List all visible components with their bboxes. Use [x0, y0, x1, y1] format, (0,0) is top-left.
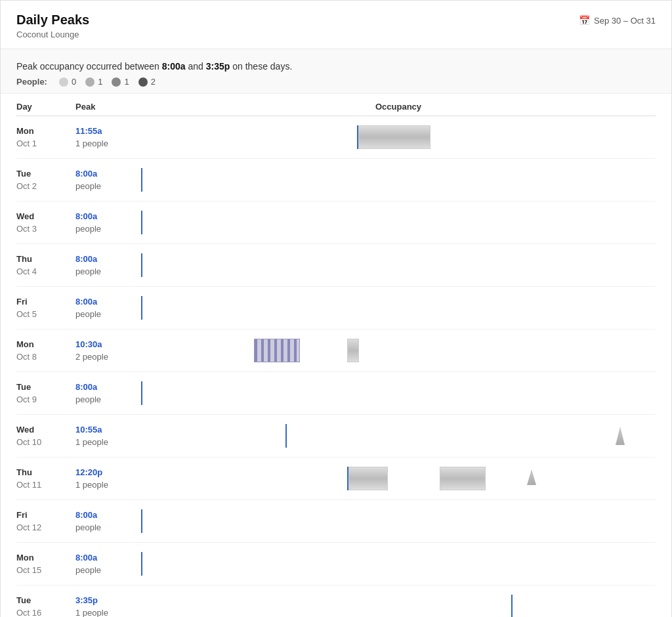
summary-section: Peak occupancy occurred between 8:00a an… [1, 49, 671, 94]
day-cell: Wed Oct 10 [16, 423, 75, 449]
legend-label: People: [16, 77, 47, 87]
peak-people: people [75, 223, 141, 236]
day-cell: Tue Oct 16 [16, 594, 75, 618]
day-date: Oct 8 [16, 351, 75, 364]
legend-dot-0 [59, 77, 68, 87]
legend-text-2: 2 [151, 77, 156, 87]
day-name: Fri [16, 509, 75, 522]
summary-suffix: on these days. [230, 61, 292, 72]
day-cell: Fri Oct 5 [16, 295, 75, 321]
peak-time: 10:55a [75, 423, 141, 436]
day-name: Wed [16, 210, 75, 223]
table-row: Fri Oct 12 8:00a people [16, 500, 656, 543]
peak-cell: 8:00a people [75, 253, 141, 278]
day-name: Mon [16, 551, 75, 564]
day-cell: Tue Oct 2 [16, 167, 75, 193]
summary-prefix: Peak occupancy occurred between [16, 61, 162, 72]
peak-time: 8:00a [75, 210, 141, 223]
peak-time: 8:00a [75, 253, 141, 266]
legend-dot-2 [138, 77, 148, 87]
occupancy-cell [141, 251, 656, 280]
day-name: Mon [16, 338, 75, 351]
legend-item-0: 0 [59, 77, 76, 87]
peak-time: 8:00a [75, 551, 141, 564]
header: Daily Peaks Coconut Lounge 📅 Sep 30 – Oc… [1, 1, 671, 49]
peak-time: 10:30a [75, 338, 141, 351]
day-name: Fri [16, 295, 75, 308]
peak-people: people [75, 521, 141, 534]
legend-item-1a: 1 [85, 77, 102, 87]
day-name: Thu [16, 466, 75, 479]
peak-people: 1 people [75, 479, 141, 492]
day-cell: Mon Oct 15 [16, 551, 75, 577]
summary-time-end: 3:35p [206, 61, 230, 72]
table-row: Tue Oct 2 8:00a people [16, 159, 656, 202]
day-date: Oct 5 [16, 308, 75, 321]
day-name: Tue [16, 381, 75, 394]
day-date: Oct 10 [16, 436, 75, 449]
peak-time: 8:00a [75, 381, 141, 394]
peak-cell: 8:00a people [75, 509, 141, 534]
peak-people: people [75, 564, 141, 577]
peak-people: 1 people [75, 436, 141, 449]
peak-cell: 8:00a people [75, 167, 141, 193]
peak-cell: 12:20p 1 people [75, 466, 141, 492]
peak-cell: 8:00a people [75, 381, 141, 406]
legend-text-0: 0 [72, 77, 76, 87]
day-date: Oct 9 [16, 393, 75, 406]
occupancy-cell [141, 592, 656, 617]
peak-time: 8:00a [75, 509, 141, 522]
table-row: Wed Oct 3 8:00a people [16, 202, 656, 244]
day-name: Tue [16, 594, 75, 607]
day-date: Oct 3 [16, 223, 75, 236]
summary-middle: and [186, 61, 206, 72]
occupancy-cell [141, 165, 656, 194]
table-row: Wed Oct 10 10:55a 1 people [16, 415, 656, 457]
peak-cell: 8:00a people [75, 551, 141, 577]
day-date: Oct 1 [16, 137, 75, 150]
table-row: Mon Oct 8 10:30a 2 people [16, 330, 656, 372]
day-name: Wed [16, 423, 75, 436]
table-row: Thu Oct 11 12:20p 1 people [16, 457, 656, 500]
peak-people: 1 people [75, 137, 141, 150]
legend-dot-1a [85, 77, 94, 87]
peak-people: 2 people [75, 351, 141, 364]
peak-people: 1 people [75, 606, 141, 617]
peak-people: people [75, 393, 141, 406]
peak-time: 3:35p [75, 594, 141, 607]
date-range-container: 📅 Sep 30 – Oct 31 [579, 15, 656, 26]
peak-cell: 10:30a 2 people [75, 338, 141, 364]
day-date: Oct 12 [16, 521, 75, 534]
occupancy-cell [141, 549, 656, 578]
day-cell: Thu Oct 11 [16, 466, 75, 492]
peak-time: 8:00a [75, 295, 141, 308]
day-name: Tue [16, 167, 75, 181]
legend-item-2: 2 [138, 77, 156, 87]
peak-cell: 3:35p 1 people [75, 594, 141, 618]
day-cell: Mon Oct 1 [16, 125, 75, 150]
page-wrapper: Daily Peaks Coconut Lounge 📅 Sep 30 – Oc… [0, 0, 672, 617]
date-range: Sep 30 – Oct 31 [594, 16, 656, 26]
peak-cell: 11:55a 1 people [75, 125, 141, 150]
summary-time-start: 8:00a [162, 61, 186, 72]
summary-text: Peak occupancy occurred between 8:00a an… [16, 61, 656, 72]
table-row: Fri Oct 5 8:00a people [16, 287, 656, 330]
table-header: Day Peak Occupancy [16, 94, 656, 116]
day-name: Mon [16, 125, 75, 138]
day-cell: Thu Oct 4 [16, 253, 75, 278]
peak-people: people [75, 308, 141, 321]
col-header-day: Day [16, 102, 75, 112]
peak-time: 11:55a [75, 125, 141, 138]
peak-people: people [75, 180, 141, 193]
calendar-icon: 📅 [579, 15, 590, 26]
col-header-occupancy: Occupancy [141, 102, 656, 112]
day-cell: Tue Oct 9 [16, 381, 75, 406]
table-row: Tue Oct 16 3:35p 1 people [16, 585, 656, 617]
occupancy-cell [141, 379, 656, 408]
peak-cell: 10:55a 1 people [75, 423, 141, 449]
occupancy-cell [141, 293, 656, 322]
day-cell: Fri Oct 12 [16, 509, 75, 534]
peak-time: 8:00a [75, 167, 141, 181]
occupancy-cell [141, 507, 656, 536]
legend-item-1b: 1 [112, 77, 129, 87]
